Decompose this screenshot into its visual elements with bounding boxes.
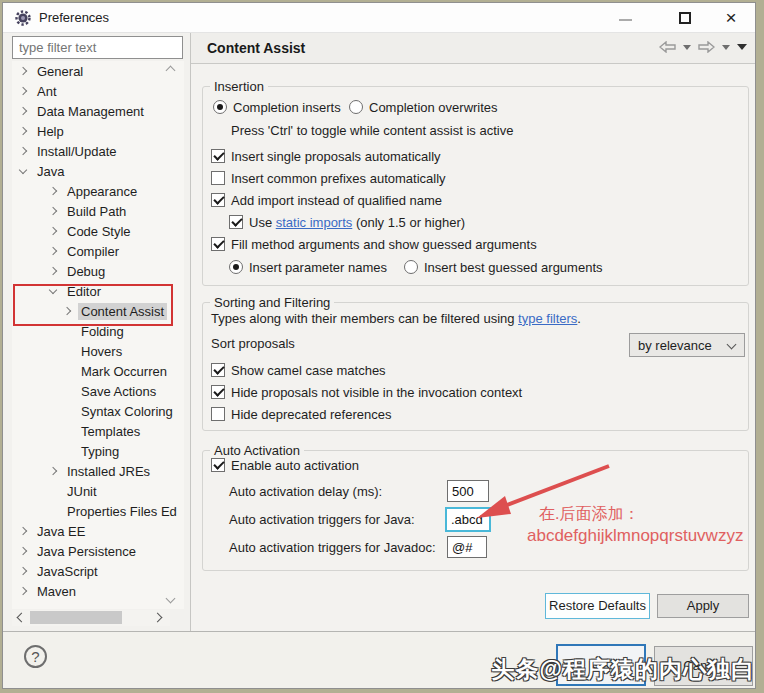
tree-item-java-ee[interactable]: Java EE bbox=[12, 521, 184, 541]
scroll-right-icon[interactable] bbox=[153, 613, 163, 623]
expand-arrow-icon[interactable] bbox=[19, 567, 27, 575]
radio-icon[interactable] bbox=[404, 260, 418, 274]
checkbox-camel-case[interactable]: Show camel case matches bbox=[211, 361, 386, 379]
expand-arrow-icon[interactable] bbox=[19, 107, 27, 115]
checkbox-icon[interactable] bbox=[211, 149, 225, 163]
tree-item-javascript[interactable]: JavaScript bbox=[12, 561, 184, 581]
tree-item-general[interactable]: General bbox=[12, 61, 184, 81]
back-history-dropdown-icon[interactable] bbox=[683, 45, 691, 50]
expand-arrow-icon[interactable] bbox=[19, 527, 27, 535]
tree-item-junit[interactable]: JUnit bbox=[12, 481, 184, 501]
tree-item-appearance[interactable]: Appearance bbox=[12, 181, 184, 201]
radio-icon[interactable] bbox=[213, 100, 227, 114]
radio-completion-inserts[interactable]: Completion inserts bbox=[213, 98, 341, 116]
tree-item-maven[interactable]: Maven bbox=[12, 581, 184, 601]
tree-item-code-style[interactable]: Code Style bbox=[12, 221, 184, 241]
forward-arrow-icon[interactable] bbox=[698, 41, 715, 53]
apply-button[interactable]: Apply bbox=[657, 594, 749, 618]
tree-item-ant[interactable]: Ant bbox=[12, 81, 184, 101]
collapse-arrow-icon[interactable] bbox=[49, 285, 57, 293]
checkbox-fill-method-arguments[interactable]: Fill method arguments and show guessed a… bbox=[211, 235, 537, 253]
radio-insert-best-guessed[interactable]: Insert best guessed arguments bbox=[404, 258, 603, 276]
minimize-button[interactable] bbox=[603, 3, 647, 33]
tree-item-content-assist[interactable]: Content Assist bbox=[12, 301, 184, 321]
view-menu-icon[interactable] bbox=[737, 44, 747, 50]
auto-triggers-java-input[interactable] bbox=[445, 507, 491, 532]
expand-arrow-icon[interactable] bbox=[49, 227, 57, 235]
tree-item-java[interactable]: Java bbox=[12, 161, 184, 181]
checkbox-icon[interactable] bbox=[211, 407, 225, 421]
tree-item-properties-files-ed[interactable]: Properties Files Ed bbox=[12, 501, 184, 521]
note-text: Types along with their members can be fi… bbox=[211, 311, 581, 326]
tree-item-build-path[interactable]: Build Path bbox=[12, 201, 184, 221]
expand-arrow-icon[interactable] bbox=[49, 247, 57, 255]
tree-item-java-persistence[interactable]: Java Persistence bbox=[12, 541, 184, 561]
sort-proposals-dropdown[interactable]: by relevance bbox=[629, 333, 745, 357]
tree-item-hovers[interactable]: Hovers bbox=[12, 341, 184, 361]
radio-label: Completion inserts bbox=[233, 100, 341, 115]
radio-icon[interactable] bbox=[349, 100, 363, 114]
scroll-left-icon[interactable] bbox=[17, 613, 27, 623]
checkbox-add-import[interactable]: Add import instead of qualified name bbox=[211, 191, 442, 209]
checkbox-icon[interactable] bbox=[211, 237, 225, 251]
radio-completion-overwrites[interactable]: Completion overwrites bbox=[349, 98, 498, 116]
tree-item-folding[interactable]: Folding bbox=[12, 321, 184, 341]
tree-horizontal-scrollbar[interactable] bbox=[12, 610, 170, 626]
checkbox-use-static-imports[interactable]: Use static imports (only 1.5 or higher) bbox=[229, 213, 465, 231]
tree-item-templates[interactable]: Templates bbox=[12, 421, 184, 441]
expand-arrow-icon[interactable] bbox=[49, 207, 57, 215]
tree-item-save-actions[interactable]: Save Actions bbox=[12, 381, 184, 401]
static-imports-link[interactable]: static imports bbox=[276, 215, 353, 230]
expand-arrow-icon[interactable] bbox=[49, 267, 57, 275]
tree-item-compiler[interactable]: Compiler bbox=[12, 241, 184, 261]
checkbox-icon[interactable] bbox=[211, 385, 225, 399]
note-post: . bbox=[577, 311, 581, 326]
tree-item-mark-occurren[interactable]: Mark Occurren bbox=[12, 361, 184, 381]
restore-defaults-button[interactable]: Restore Defaults bbox=[545, 593, 650, 619]
expand-arrow-icon[interactable] bbox=[63, 307, 71, 315]
radio-insert-parameter-names[interactable]: Insert parameter names bbox=[229, 258, 387, 276]
tree-item-install-update[interactable]: Install/Update bbox=[12, 141, 184, 161]
tree-item-data-management[interactable]: Data Management bbox=[12, 101, 184, 121]
checkbox-insert-single-proposals[interactable]: Insert single proposals automatically bbox=[211, 147, 441, 165]
checkbox-label: Use static imports (only 1.5 or higher) bbox=[249, 215, 465, 230]
close-button[interactable]: × bbox=[709, 3, 753, 33]
checkbox-icon[interactable] bbox=[211, 193, 225, 207]
expand-arrow-icon[interactable] bbox=[19, 127, 27, 135]
expand-arrow-icon[interactable] bbox=[49, 187, 57, 195]
checkbox-icon[interactable] bbox=[211, 458, 225, 472]
tree-item-syntax-coloring[interactable]: Syntax Coloring bbox=[12, 401, 184, 421]
checkbox-icon[interactable] bbox=[211, 171, 225, 185]
expand-arrow-icon[interactable] bbox=[19, 547, 27, 555]
maximize-button[interactable] bbox=[663, 3, 707, 33]
tree-item-editor[interactable]: Editor bbox=[12, 281, 184, 301]
tree-item-typing[interactable]: Typing bbox=[12, 441, 184, 461]
tree-item-label: Editor bbox=[64, 283, 104, 300]
type-filters-link[interactable]: type filters bbox=[518, 311, 577, 326]
help-icon[interactable]: ? bbox=[24, 645, 47, 668]
checkbox-label: Hide deprecated references bbox=[231, 407, 391, 422]
forward-history-dropdown-icon[interactable] bbox=[722, 45, 730, 50]
checkbox-icon[interactable] bbox=[229, 215, 243, 229]
expand-arrow-icon[interactable] bbox=[19, 87, 27, 95]
back-arrow-icon[interactable] bbox=[659, 41, 676, 53]
checkbox-icon[interactable] bbox=[211, 363, 225, 377]
expand-arrow-icon[interactable] bbox=[19, 147, 27, 155]
expand-arrow-icon[interactable] bbox=[49, 467, 57, 475]
radio-icon[interactable] bbox=[229, 260, 243, 274]
tree-item-installed-jres[interactable]: Installed JREs bbox=[12, 461, 184, 481]
checkbox-insert-common-prefixes[interactable]: Insert common prefixes automatically bbox=[211, 169, 446, 187]
tree-item-help[interactable]: Help bbox=[12, 121, 184, 141]
collapse-arrow-icon[interactable] bbox=[19, 165, 27, 173]
auto-triggers-javadoc-input[interactable] bbox=[447, 536, 487, 558]
checkbox-hide-proposals[interactable]: Hide proposals not visible in the invoca… bbox=[211, 383, 522, 401]
auto-delay-input[interactable] bbox=[447, 480, 489, 502]
expand-arrow-icon[interactable] bbox=[19, 67, 27, 75]
scrollbar-thumb[interactable] bbox=[30, 611, 122, 624]
expand-arrow-icon[interactable] bbox=[19, 587, 27, 595]
checkbox-enable-auto-activation[interactable]: Enable auto activation bbox=[211, 456, 359, 474]
maximize-icon bbox=[679, 12, 691, 24]
tree-item-debug[interactable]: Debug bbox=[12, 261, 184, 281]
filter-input[interactable] bbox=[12, 36, 183, 59]
checkbox-hide-deprecated[interactable]: Hide deprecated references bbox=[211, 405, 391, 423]
